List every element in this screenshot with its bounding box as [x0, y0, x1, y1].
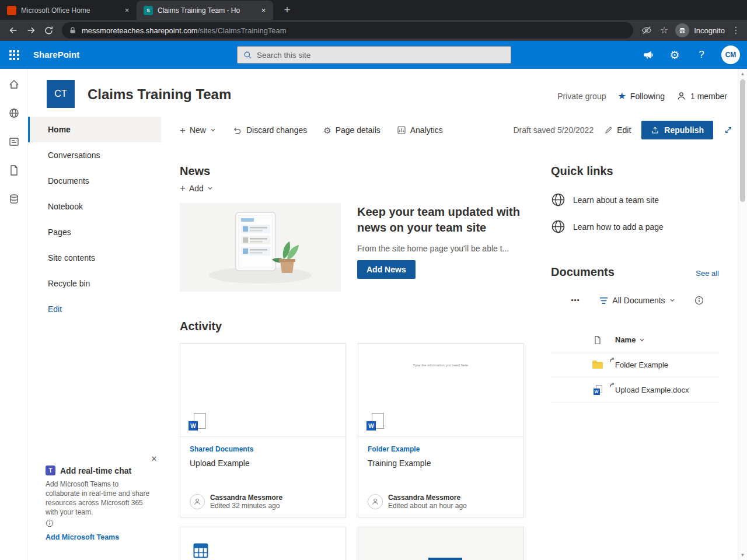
chevron-down-icon — [210, 127, 216, 133]
table-row-folder[interactable]: Folder Example — [551, 352, 719, 377]
author-name: Cassandra Messmore — [210, 494, 282, 502]
reload-button[interactable] — [40, 22, 57, 39]
nav-item-documents[interactable]: Documents — [28, 168, 161, 194]
sharepoint-brand[interactable]: SharePoint — [33, 50, 79, 60]
browser-tab-office[interactable]: Microsoft Office Home × — [0, 1, 137, 20]
address-bar[interactable]: messmoreteaches.sharepoint.com/sites/Cla… — [62, 22, 633, 38]
chevron-down-icon — [669, 298, 675, 303]
browser-tab-sharepoint[interactable]: s Claims Training Team - Ho × — [137, 1, 273, 20]
eye-off-icon — [641, 25, 652, 36]
incognito-icon — [675, 23, 689, 37]
plus-icon: + — [180, 125, 186, 135]
new-tab-button[interactable]: + — [279, 2, 295, 18]
tab-close-icon[interactable]: × — [122, 5, 132, 15]
activity-card[interactable]: Type the information you need here. W Fo… — [358, 343, 524, 517]
back-button[interactable] — [5, 22, 22, 39]
nav-item-pages[interactable]: Pages — [28, 219, 161, 245]
document-preview: W — [180, 344, 345, 437]
app-launcher-button[interactable] — [0, 41, 28, 69]
following-toggle[interactable]: ★ Following — [617, 92, 664, 101]
teams-icon: T — [46, 466, 55, 475]
edited-label: Edited 32 minutes ago — [210, 502, 282, 510]
documents-header: Documents See all — [551, 265, 719, 279]
nav-label: Site contents — [48, 253, 95, 262]
document-preview — [180, 527, 345, 560]
quick-link-label: Learn how to add a page — [573, 222, 664, 232]
new-button[interactable]: + New — [180, 125, 216, 135]
settings-button[interactable]: ⚙ — [668, 50, 682, 61]
scrollbar-thumb[interactable] — [740, 79, 745, 202]
activity-card[interactable]: W Shared Documents Upload Example Cassan… — [180, 343, 346, 517]
add-teams-link[interactable]: Add Microsoft Teams — [46, 533, 119, 541]
scroll-up-arrow[interactable]: ▴ — [738, 71, 747, 76]
members-count[interactable]: 1 member — [676, 91, 727, 101]
bookmark-star-button[interactable]: ☆ — [655, 22, 673, 39]
add-label: Add — [189, 184, 204, 193]
members-label: 1 member — [690, 92, 727, 101]
table-header-row[interactable]: Name — [551, 328, 719, 352]
grid-table-icon — [193, 543, 208, 558]
close-icon[interactable]: ✕ — [148, 453, 160, 464]
page-scrollbar[interactable]: ▴ ▾ — [738, 69, 747, 560]
scroll-down-arrow[interactable]: ▾ — [738, 552, 747, 558]
page-details-button[interactable]: ⚙ Page details — [323, 125, 381, 135]
quick-link-team-site[interactable]: Learn about a team site — [551, 192, 659, 207]
suite-bar: SharePoint ⚙ ? CM — [0, 41, 747, 69]
view-selector[interactable]: All Documents — [599, 296, 675, 305]
rail-home-button[interactable] — [8, 78, 20, 91]
edit-button[interactable]: Edit — [604, 125, 631, 135]
tab-title: Microsoft Office Home — [21, 6, 117, 15]
rail-global-button[interactable] — [8, 107, 20, 120]
expand-button[interactable] — [724, 125, 733, 135]
rail-news-button[interactable] — [8, 135, 20, 148]
rail-lists-button[interactable] — [8, 192, 20, 205]
help-button[interactable]: ? — [694, 49, 708, 61]
forward-button[interactable] — [22, 22, 40, 39]
browser-toolbar: messmoreteaches.sharepoint.com/sites/Cla… — [0, 20, 747, 41]
info-icon[interactable] — [46, 519, 54, 527]
analytics-label: Analytics — [410, 125, 443, 135]
nav-item-site-contents[interactable]: Site contents — [28, 245, 161, 271]
search-input[interactable] — [257, 51, 505, 60]
activity-card-partial[interactable] — [358, 527, 524, 560]
page-icon — [593, 335, 602, 345]
quick-link-add-page[interactable]: Learn how to add a page — [551, 219, 664, 234]
info-icon[interactable] — [694, 296, 704, 305]
nav-label: Recycle bin — [48, 279, 90, 288]
card-title[interactable]: Training Example — [368, 459, 514, 468]
card-location-link[interactable]: Shared Documents — [190, 445, 336, 453]
account-avatar[interactable]: CM — [721, 46, 740, 64]
announcement-button[interactable] — [641, 50, 655, 61]
tab-close-icon[interactable]: × — [259, 5, 268, 15]
privacy-eye-button[interactable] — [638, 22, 655, 39]
nav-item-recycle-bin[interactable]: Recycle bin — [28, 271, 161, 296]
site-nav: Home Conversations Documents Notebook Pa… — [28, 117, 161, 560]
add-news-dropdown[interactable]: + Add — [180, 183, 213, 193]
discard-changes-button[interactable]: Discard changes — [232, 125, 307, 135]
analytics-button[interactable]: Analytics — [397, 125, 443, 135]
see-all-link[interactable]: See all — [696, 269, 719, 278]
site-logo[interactable]: CT — [47, 80, 75, 108]
avatar — [368, 494, 383, 509]
nav-item-home[interactable]: Home — [28, 117, 161, 142]
activity-card-partial[interactable] — [180, 527, 346, 560]
nav-item-notebook[interactable]: Notebook — [28, 194, 161, 219]
more-options-icon[interactable]: ⋯ — [571, 295, 580, 306]
nav-item-edit[interactable]: Edit — [28, 296, 161, 322]
card-title[interactable]: Upload Example — [190, 459, 336, 468]
site-title: Claims Training Team — [88, 86, 231, 103]
file-type-column-icon — [592, 334, 603, 346]
office-logo-icon — [7, 6, 16, 15]
nav-item-conversations[interactable]: Conversations — [28, 142, 161, 168]
browser-menu-button[interactable]: ⋮ — [729, 25, 742, 36]
quick-links-title: Quick links — [551, 164, 613, 178]
card-location-link[interactable]: Folder Example — [368, 445, 514, 453]
site-search-box[interactable] — [237, 46, 511, 64]
promo-body: Add Microsoft Teams to collaborate in re… — [46, 480, 151, 517]
author-name: Cassandra Messmore — [388, 494, 467, 502]
add-news-button[interactable]: Add News — [357, 260, 416, 279]
tab-title: Claims Training Team - Ho — [158, 6, 254, 15]
table-row-word-doc[interactable]: W Upload Example.docx — [551, 377, 719, 402]
rail-documents-button[interactable] — [8, 164, 20, 177]
republish-button[interactable]: Republish — [641, 121, 713, 139]
